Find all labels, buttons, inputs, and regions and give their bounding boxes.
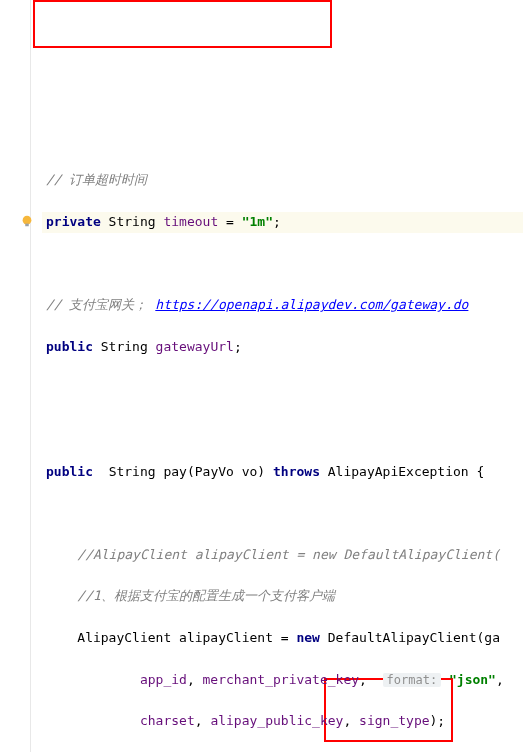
code-line: charset, alipay_public_key, sign_type); <box>42 711 523 732</box>
svg-point-0 <box>23 216 32 225</box>
code-line: AlipayClient alipayClient = new DefaultA… <box>42 628 523 649</box>
code-line: //AlipayClient alipayClient = new Defaul… <box>42 545 523 566</box>
comment-text: //AlipayClient alipayClient = new Defaul… <box>77 547 500 562</box>
code-line: public String gatewayUrl; <box>42 337 523 358</box>
code-line: // 订单超时时间 <box>42 170 523 191</box>
field: charset <box>140 713 195 728</box>
keyword: new <box>296 630 319 645</box>
intention-bulb-icon[interactable] <box>20 214 34 228</box>
semi: ; <box>234 339 242 354</box>
comment-prefix: // 支付宝网关； <box>46 297 155 312</box>
keyword: public <box>46 464 93 479</box>
blank-line <box>42 254 523 275</box>
string: "1m" <box>242 214 273 229</box>
field: alipay_public_key <box>210 713 343 728</box>
blank-line <box>42 420 523 441</box>
rest: AlipayApiException { <box>320 464 484 479</box>
param-hint: format: <box>383 673 442 687</box>
sep: , <box>343 713 359 728</box>
code-line: public String pay(PayVo vo) throws Alipa… <box>42 462 523 483</box>
params: (PayVo vo) <box>187 464 273 479</box>
field: timeout <box>163 214 218 229</box>
semi: ; <box>273 214 281 229</box>
type: String <box>101 214 164 229</box>
string: "json" <box>449 672 496 687</box>
sep: , <box>187 672 203 687</box>
url-link[interactable]: https://openapi.alipaydev.com/gateway.do <box>155 297 468 312</box>
op: = <box>218 214 241 229</box>
comment-text: // 订单超时时间 <box>46 172 147 187</box>
sep: ); <box>430 713 446 728</box>
comment-text: //1、根据支付宝的配置生成一个支付客户端 <box>77 588 334 603</box>
type: String <box>93 339 156 354</box>
keyword: throws <box>273 464 320 479</box>
sep: , <box>359 672 382 687</box>
highlight-box-1 <box>33 0 332 48</box>
method-name: pay <box>163 464 186 479</box>
keyword: private <box>46 214 101 229</box>
keyword: public <box>46 339 93 354</box>
blank-line <box>42 503 523 524</box>
field: sign_type <box>359 713 429 728</box>
code-line: // 支付宝网关； https://openapi.alipaydev.com/… <box>42 295 523 316</box>
comment-text: // 支付宝网关； https://openapi.alipaydev.com/… <box>46 297 468 312</box>
blank-line <box>42 378 523 399</box>
svg-rect-1 <box>25 224 29 227</box>
code-line: private String timeout = "1m"; <box>42 212 523 233</box>
sp <box>441 672 449 687</box>
sep: , <box>195 713 211 728</box>
sep: , <box>496 672 504 687</box>
code-line: app_id, merchant_private_key, format: "j… <box>42 670 523 691</box>
sp <box>93 464 109 479</box>
text: AlipayClient alipayClient = <box>77 630 296 645</box>
text: DefaultAlipayClient(ga <box>320 630 500 645</box>
editor-gutter <box>0 0 31 752</box>
code-line: //1、根据支付宝的配置生成一个支付客户端 <box>42 586 523 607</box>
code-editor[interactable]: // 订单超时时间 private String timeout = "1m";… <box>0 0 523 752</box>
field: app_id <box>140 672 187 687</box>
type: String <box>109 464 164 479</box>
code-content: // 订单超时时间 private String timeout = "1m";… <box>42 150 523 752</box>
field: gatewayUrl <box>156 339 234 354</box>
field: merchant_private_key <box>203 672 360 687</box>
